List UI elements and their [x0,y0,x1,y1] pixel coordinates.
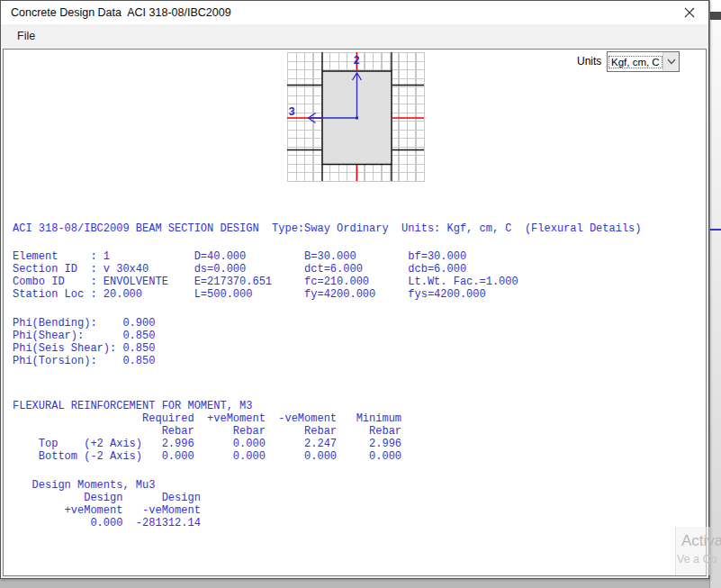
concrete-design-data-dialog: Concrete Design Data ACI 318-08/IBC2009 … [0,0,709,579]
titlebar: Concrete Design Data ACI 318-08/IBC2009 [1,1,708,24]
close-icon [684,7,695,18]
background-window-border [710,12,721,20]
units-selected-value: Kgf, cm, C [609,57,662,68]
chevron-down-icon [667,59,676,65]
units-combobox[interactable]: Kgf, cm, C [607,51,680,72]
units-label: Units [577,55,601,68]
menu-item-file[interactable]: File [9,27,43,45]
background-window-titlebar [710,0,721,12]
axis-3-label: 3 [289,106,295,119]
background-window-edge [709,0,721,588]
content-panel: Units Kgf, cm, C [3,49,707,576]
activation-watermark-line2: Ve a Co [677,553,716,565]
flexural-reinforcement-table: FLEXURAL REINFORCEMENT FOR MOMENT, M3 Re… [13,400,401,463]
window-title: Concrete Design Data ACI 318-08/IBC2009 [11,6,231,19]
close-button[interactable] [675,4,704,22]
axis-2-label: 2 [354,55,360,68]
report-header-line: ACI 318-08/IBC2009 BEAM SECTION DESIGN T… [13,222,642,235]
element-info-block: Element : 1 D=40.000 B=30.000 bf=30.000 … [13,250,518,301]
background-window-content-sliver [710,229,721,231]
menubar: File [1,24,708,49]
section-centroid-dot [356,117,358,120]
phi-factors-block: Phi(Bending): 0.900 Phi(Shear): 0.850 Ph… [13,317,155,367]
activation-watermark-line1: Activa [681,532,721,550]
combo-arrow-button[interactable] [662,52,679,71]
section-diagram: 2 3 [287,52,425,182]
design-moments-block: Design Moments, Mu3 Design Design +veMom… [13,479,201,529]
